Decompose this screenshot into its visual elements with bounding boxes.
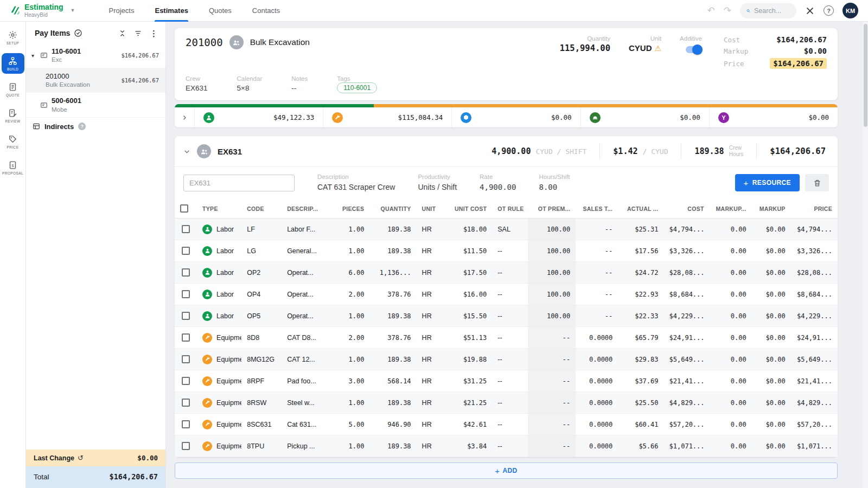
rail-item-setup[interactable]: SETUP [2, 27, 24, 48]
resource-cell[interactable]: SAL [492, 219, 528, 240]
labor-summary[interactable]: $49,122.33 [194, 107, 323, 127]
resource-cell[interactable]: 1.00 [334, 392, 370, 414]
resource-cell[interactable]: $29.83 [618, 349, 663, 370]
resource-cell[interactable]: $15.50 [445, 305, 492, 327]
resource-cell[interactable]: 568.14 [369, 370, 416, 392]
resource-cell[interactable]: 1.00 [334, 349, 370, 370]
resource-cell[interactable]: -- [492, 392, 528, 414]
resource-cell[interactable]: $0.00 [752, 435, 791, 457]
resource-row-OP4[interactable]: LaborOP4Operat...2.00378.76HR$16.00--100… [175, 284, 838, 305]
resource-cell[interactable]: HR [417, 435, 445, 457]
resource-cell[interactable]: Operat... [282, 284, 334, 305]
resource-cell[interactable]: 2.00 [334, 327, 370, 349]
description-value[interactable]: CAT 631 Scraper Crew [317, 183, 395, 191]
resource-cell[interactable]: $0.00 [752, 414, 791, 435]
resource-cell[interactable]: 946.90 [369, 414, 416, 435]
add-resource-button[interactable]: +RESOURCE [735, 174, 800, 191]
add-row-button[interactable]: + ADD [175, 463, 838, 479]
resource-cell[interactable]: Pad foo... [282, 370, 334, 392]
history-icon[interactable]: ↺ [78, 454, 84, 462]
resource-cell[interactable]: 0.00 [710, 327, 752, 349]
resource-cell[interactable]: HR [417, 370, 445, 392]
type-cell[interactable]: Equipme [197, 327, 241, 349]
resource-cell[interactable]: 0.00 [710, 219, 752, 240]
resource-cell[interactable]: -- [576, 262, 618, 284]
resource-cell[interactable]: 0.00 [710, 414, 752, 435]
resource-cell[interactable]: 0.0000 [576, 327, 618, 349]
resource-cell[interactable]: $24,91... [791, 327, 838, 349]
undo-icon[interactable]: ↶ [707, 6, 715, 15]
resource-cell[interactable]: $4,794... [791, 219, 838, 240]
resource-cell[interactable]: $19.88 [445, 349, 492, 370]
resource-cell[interactable]: HR [417, 392, 445, 414]
resource-row-8D8[interactable]: Equipme8D8CAT D8...2.00378.76HR$51.13---… [175, 327, 838, 349]
column-header-7[interactable]: OT RULE [492, 199, 528, 219]
resource-cell[interactable]: 189.38 [369, 219, 416, 240]
resource-cell[interactable]: 378.76 [369, 284, 416, 305]
resource-cell[interactable]: 5.00 [334, 414, 370, 435]
type-cell[interactable]: Equipme [197, 370, 241, 392]
resource-cell[interactable]: $21,41... [664, 370, 710, 392]
resource-cell[interactable]: 1.00 [334, 240, 370, 262]
caret-down-icon[interactable]: ▾ [31, 53, 39, 59]
resource-cell[interactable]: -- [576, 240, 618, 262]
pay-item-row-201000[interactable]: 201000 Bulk Excavation $164,206.67 [26, 68, 165, 93]
nav-estimates[interactable]: Estimates [155, 0, 188, 22]
app-logo[interactable]: Estimating HeavyBid ▼ [10, 3, 75, 17]
collapse-all-icon[interactable] [118, 29, 126, 37]
row-checkbox[interactable] [175, 327, 197, 349]
resource-cell[interactable]: -- [492, 262, 528, 284]
row-checkbox[interactable] [175, 414, 197, 435]
type-cell[interactable]: Equipme [197, 414, 241, 435]
resource-cell[interactable]: 8D8 [241, 327, 282, 349]
type-cell[interactable]: Equipme [197, 392, 241, 414]
rail-item-review[interactable]: REVIEW [2, 105, 24, 126]
resource-cell[interactable]: 0.0000 [576, 349, 618, 370]
resource-cell[interactable]: $28,08... [791, 262, 838, 284]
row-checkbox[interactable] [175, 349, 197, 370]
hours-per-shift-value[interactable]: 8.00 [539, 183, 570, 191]
resource-cell[interactable]: $25.50 [618, 392, 663, 414]
resource-cell[interactable]: $11.50 [445, 240, 492, 262]
resource-cell[interactable]: 2.00 [334, 284, 370, 305]
search-input[interactable] [754, 7, 790, 15]
calendar-value[interactable]: 5×8 [237, 84, 263, 92]
search-box[interactable] [740, 3, 796, 18]
resource-cell[interactable]: $8,684... [664, 284, 710, 305]
resource-cell[interactable]: $60.41 [618, 414, 663, 435]
pay-item-row-110-6001[interactable]: ▾ 110-6001 Exc $164,206.67 [26, 43, 165, 68]
chevron-down-icon[interactable]: ▼ [71, 8, 75, 13]
resource-cell[interactable]: $0.00 [752, 219, 791, 240]
resource-cell[interactable]: 6.00 [334, 262, 370, 284]
resource-cell[interactable]: OP2 [241, 262, 282, 284]
resource-cell[interactable]: OP5 [241, 305, 282, 327]
more-options-icon[interactable]: ⋮ [150, 29, 158, 37]
nav-contacts[interactable]: Contacts [252, 0, 280, 22]
column-header-12[interactable]: MARKUP... [710, 199, 752, 219]
resource-cell[interactable]: Labor F... [282, 219, 334, 240]
row-checkbox[interactable] [175, 435, 197, 457]
resource-cell[interactable]: HR [417, 327, 445, 349]
resource-cell[interactable]: -- [528, 327, 576, 349]
resource-cell[interactable]: Cat 631... [282, 414, 334, 435]
resource-cell[interactable]: $0.00 [752, 370, 791, 392]
resource-row-8SC631[interactable]: Equipme8SC631Cat 631...5.00946.90HR$42.6… [175, 414, 838, 435]
indirects-row[interactable]: Indirects ? [26, 118, 165, 136]
window-scrollbar[interactable] [863, 22, 868, 488]
row-checkbox[interactable] [175, 240, 197, 262]
resource-cell[interactable]: Steel w... [282, 392, 334, 414]
resource-cell[interactable]: $65.79 [618, 327, 663, 349]
row-checkbox[interactable] [175, 370, 197, 392]
pay-item-row-500-6001[interactable]: 500-6001 Mobe [26, 93, 165, 118]
column-header-6[interactable]: UNIT COST [445, 199, 492, 219]
resource-cell[interactable]: -- [528, 370, 576, 392]
column-header-5[interactable]: UNIT [417, 199, 445, 219]
resource-cell[interactable]: $3,326... [664, 240, 710, 262]
resource-cell[interactable]: Pickup ... [282, 435, 334, 457]
row-checkbox[interactable] [175, 392, 197, 414]
resource-cell[interactable]: $1,071... [664, 435, 710, 457]
redo-icon[interactable]: ↷ [724, 6, 731, 15]
material-summary[interactable]: $0.00 [451, 107, 580, 127]
resource-row-8RPF[interactable]: Equipme8RPFPad foo...3.00568.14HR$31.25-… [175, 370, 838, 392]
resource-cell[interactable]: $4,229... [791, 305, 838, 327]
